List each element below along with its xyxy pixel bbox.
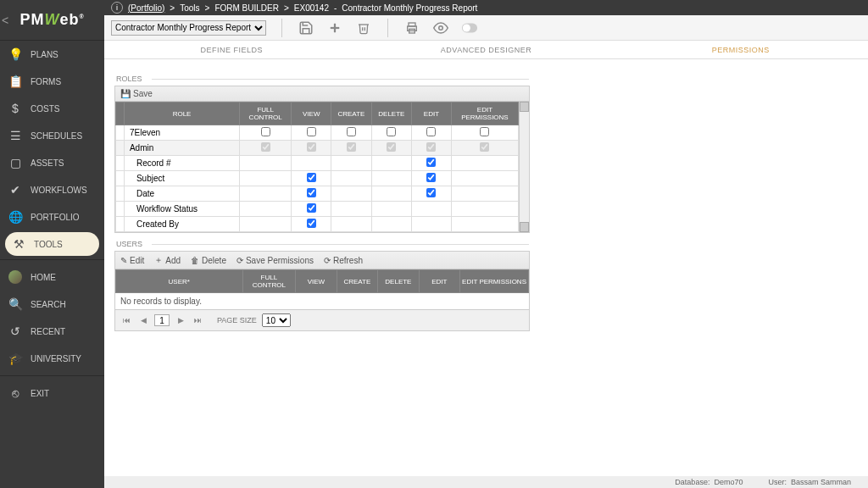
tab-define-fields[interactable]: DEFINE FIELDS <box>104 41 359 58</box>
perm-checkbox[interactable] <box>387 127 396 136</box>
search-icon: 🔍 <box>8 297 22 311</box>
nav-portfolio[interactable]: 🌐PORTFOLIO <box>0 203 104 230</box>
nav-exit[interactable]: ⎋EXIT <box>0 380 104 407</box>
perm-cell <box>451 202 518 217</box>
ucol-edit[interactable]: EDIT <box>419 270 459 293</box>
exit-icon: ⎋ <box>8 386 22 400</box>
row-handle[interactable] <box>116 217 125 232</box>
col-delete[interactable]: DELETE <box>371 103 411 125</box>
pager-page-input[interactable] <box>154 314 170 326</box>
perm-checkbox[interactable] <box>347 127 356 136</box>
tab-advanced-designer[interactable]: ADVANCED DESIGNER <box>359 41 613 58</box>
perm-cell <box>371 217 411 232</box>
row-handle[interactable] <box>116 202 125 217</box>
ucol-fullcontrol[interactable]: FULL CONTROL <box>242 270 296 293</box>
perm-checkbox[interactable] <box>261 127 270 136</box>
nav-recent[interactable]: ↺RECENT <box>0 318 104 345</box>
users-delete-button[interactable]: 🗑Delete <box>191 256 226 265</box>
nav-assets[interactable]: ▢ASSETS <box>0 149 104 176</box>
perm-checkbox[interactable] <box>307 188 316 197</box>
col-editperm[interactable]: EDIT PERMISSIONS <box>451 103 518 125</box>
globe-icon: 🌐 <box>8 210 22 224</box>
nav-university[interactable]: 🎓UNIVERSITY <box>0 345 104 372</box>
scroll-up-icon[interactable] <box>520 102 529 112</box>
nav-plans[interactable]: 💡PLANS <box>0 41 104 68</box>
perm-cell <box>412 202 452 217</box>
pager-next-icon[interactable]: ▶ <box>175 316 186 324</box>
add-icon[interactable] <box>326 19 343 36</box>
toggle-icon[interactable] <box>461 19 478 36</box>
perm-cell <box>451 141 518 156</box>
bc-formbuilder[interactable]: FORM BUILDER <box>214 3 279 13</box>
nav-schedules[interactable]: ☰SCHEDULES <box>0 122 104 149</box>
ucol-editperm[interactable]: EDIT PERMISSIONS <box>460 270 529 293</box>
perm-checkbox[interactable] <box>426 127 436 136</box>
pager-last-icon[interactable]: ⏭ <box>192 316 203 324</box>
row-handle-header <box>116 103 125 125</box>
ucol-user[interactable]: USER* <box>116 270 243 293</box>
nav-home[interactable]: HOME <box>0 263 104 291</box>
col-role[interactable]: ROLE <box>124 103 239 125</box>
perm-cell <box>240 156 292 171</box>
perm-checkbox[interactable] <box>426 173 436 182</box>
perm-checkbox[interactable] <box>307 173 316 182</box>
nav-tools[interactable]: ⚒TOOLS <box>5 232 99 256</box>
delete-icon[interactable] <box>355 19 372 36</box>
back-chevron-icon[interactable]: < <box>2 14 8 27</box>
tab-permissions[interactable]: PERMISSIONS <box>614 41 868 58</box>
info-icon[interactable]: i <box>111 2 123 14</box>
users-add-button[interactable]: ＋Add <box>154 254 181 266</box>
pagesize-select[interactable]: 10 <box>262 313 291 327</box>
perm-cell <box>371 202 411 217</box>
perm-cell <box>371 141 411 156</box>
perm-checkbox[interactable] <box>307 219 316 228</box>
perm-cell <box>240 141 292 156</box>
perm-checkbox[interactable] <box>307 127 316 136</box>
print-icon[interactable] <box>403 19 420 36</box>
graduation-icon: 🎓 <box>8 352 22 365</box>
record-dropdown[interactable]: Contractor Monthly Progress Report <box>111 20 266 36</box>
ucol-delete[interactable]: DELETE <box>378 270 419 293</box>
users-edit-button[interactable]: ✎Edit <box>120 256 144 265</box>
perm-cell <box>292 171 331 186</box>
nav-costs[interactable]: $COSTS <box>0 95 104 122</box>
pager-first-icon[interactable]: ⏮ <box>120 316 132 324</box>
col-create[interactable]: CREATE <box>331 103 371 125</box>
perm-checkbox[interactable] <box>480 127 489 136</box>
col-edit[interactable]: EDIT <box>412 103 452 125</box>
col-fullcontrol[interactable]: FULL CONTROL <box>240 103 292 125</box>
users-pager: ⏮ ◀ ▶ ⏭ PAGE SIZE 10 <box>115 309 529 330</box>
roles-save-button[interactable]: 💾Save <box>120 89 153 98</box>
col-view[interactable]: VIEW <box>292 103 331 125</box>
perm-cell <box>371 125 411 141</box>
perm-checkbox[interactable] <box>426 188 436 197</box>
eye-icon[interactable] <box>432 19 449 36</box>
row-handle[interactable] <box>116 171 125 186</box>
users-refresh-button[interactable]: ⟳Refresh <box>324 256 363 265</box>
save-small-icon: 💾 <box>120 89 131 98</box>
ucol-create[interactable]: CREATE <box>337 270 377 293</box>
bc-portfolio[interactable]: (Portfolio) <box>128 3 164 13</box>
save-icon[interactable] <box>298 19 314 36</box>
nav-workflows[interactable]: ✔WORKFLOWS <box>0 176 104 203</box>
perm-cell <box>412 156 452 171</box>
perm-cell <box>371 156 411 171</box>
row-handle[interactable] <box>116 186 125 202</box>
pager-prev-icon[interactable]: ◀ <box>137 316 149 324</box>
row-handle[interactable] <box>116 125 125 141</box>
perm-checkbox-disabled <box>307 142 316 152</box>
nav-search[interactable]: 🔍SEARCH <box>0 291 104 318</box>
roles-scrollbar[interactable] <box>519 102 529 232</box>
perm-checkbox[interactable] <box>307 203 316 213</box>
bc-tools[interactable]: Tools <box>180 3 199 13</box>
perm-cell <box>412 125 452 141</box>
tabs: DEFINE FIELDS ADVANCED DESIGNER PERMISSI… <box>104 41 868 59</box>
row-handle[interactable] <box>116 141 125 156</box>
breadcrumb-bar: i (Portfolio) > Tools > FORM BUILDER > E… <box>104 0 868 15</box>
nav-forms[interactable]: 📋FORMS <box>0 68 104 95</box>
scroll-down-icon[interactable] <box>520 222 529 232</box>
users-saveperm-button[interactable]: ⟳Save Permissions <box>236 256 314 265</box>
ucol-view[interactable]: VIEW <box>296 270 337 293</box>
row-handle[interactable] <box>116 156 125 171</box>
perm-checkbox[interactable] <box>426 158 436 167</box>
